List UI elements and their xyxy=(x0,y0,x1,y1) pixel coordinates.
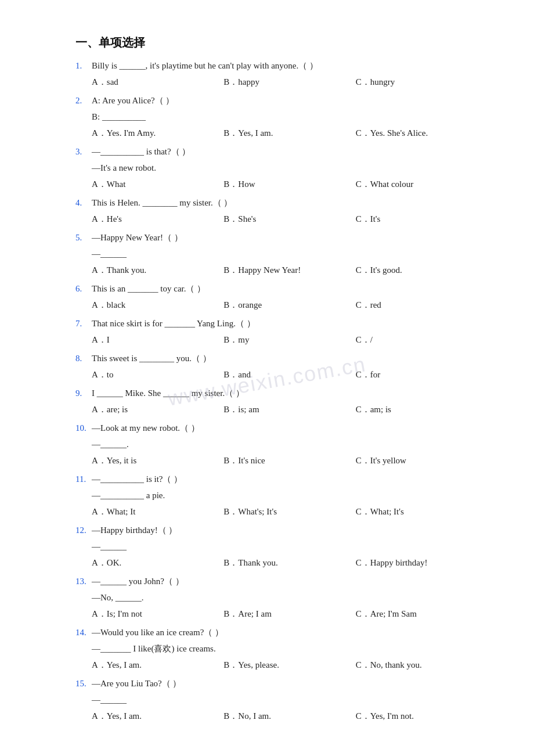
section-title: 一、单项选择 xyxy=(75,35,488,51)
option-5-1: A．Thank you. xyxy=(92,263,223,277)
option-4-2: B．She's xyxy=(223,212,355,226)
question-line-12: 12.—Happy birthday!（ ） xyxy=(75,523,488,537)
question-line-15: 15.—Are you Liu Tao?（ ） xyxy=(75,676,488,690)
question-block: 8.This sweet is ________ you.（ ）A．toB．an… xyxy=(75,351,488,381)
question-extra-5: —______ xyxy=(92,247,488,261)
question-text-4: This is Helen. ________ my sister.（ ） xyxy=(92,196,488,210)
options-row-13: A．Is; I'm notB．Are; I amC．Are; I'm Sam xyxy=(92,607,488,621)
question-text-14: —Would you like an ice cream?（ ） xyxy=(92,625,488,639)
option-1-2: B．happy xyxy=(223,75,355,89)
question-line-9: 9.I ______ Mike. She ______ my sister.（ … xyxy=(75,386,488,400)
option-3-3: C．What colour xyxy=(356,177,488,191)
option-10-1: A．Yes, it is xyxy=(92,453,223,467)
option-14-2: B．Yes, please. xyxy=(223,658,355,672)
question-text-8: This sweet is ________ you.（ ） xyxy=(92,351,488,365)
question-number-13: 13. xyxy=(75,577,92,586)
question-text-9: I ______ Mike. She ______ my sister.（ ） xyxy=(92,386,488,400)
option-11-3: C．What; It's xyxy=(356,505,488,519)
question-block: 5.—Happy New Year!（ ）—______A．Thank you.… xyxy=(75,231,488,277)
question-extra-14: —_______ I like(喜欢) ice creams. xyxy=(92,642,488,656)
question-line-11: 11.—__________ is it?（ ） xyxy=(75,472,488,486)
question-block: 3.—__________ is that?（ ）—It's a new rob… xyxy=(75,145,488,191)
option-3-1: A．What xyxy=(92,177,223,191)
option-10-2: B．It's nice xyxy=(223,453,355,467)
options-row-3: A．WhatB．HowC．What colour xyxy=(92,177,488,191)
option-2-1: A．Yes. I'm Amy. xyxy=(92,126,223,140)
option-13-3: C．Are; I'm Sam xyxy=(356,607,488,621)
option-14-1: A．Yes, I am. xyxy=(92,658,223,672)
question-text-6: This is an _______ toy car.（ ） xyxy=(92,282,488,296)
options-row-9: A．are; isB．is; amC．am; is xyxy=(92,402,488,416)
option-10-3: C．It's yellow xyxy=(356,453,488,467)
question-text-11: —__________ is it?（ ） xyxy=(92,472,488,486)
option-15-3: C．Yes, I'm not. xyxy=(356,709,488,723)
option-6-3: C．red xyxy=(356,298,488,312)
question-extra-3: —It's a new robot. xyxy=(92,161,488,175)
question-text-7: That nice skirt is for _______ Yang Ling… xyxy=(92,316,488,330)
question-block: 6.This is an _______ toy car.（ ）A．blackB… xyxy=(75,282,488,312)
option-2-2: B．Yes, I am. xyxy=(223,126,355,140)
question-number-8: 8. xyxy=(75,354,92,363)
option-12-1: A．OK. xyxy=(92,556,223,570)
question-line-4: 4.This is Helen. ________ my sister.（ ） xyxy=(75,196,488,210)
question-line-8: 8.This sweet is ________ you.（ ） xyxy=(75,351,488,365)
question-block: 9.I ______ Mike. She ______ my sister.（ … xyxy=(75,386,488,416)
question-line-2: 2.A: Are you Alice?（ ） xyxy=(75,93,488,107)
options-row-14: A．Yes, I am.B．Yes, please.C．No, thank yo… xyxy=(92,658,488,672)
options-row-8: A．toB．andC．for xyxy=(92,368,488,381)
question-number-3: 3. xyxy=(75,147,92,157)
option-4-1: A．He's xyxy=(92,212,223,226)
options-row-1: A．sadB．happyC．hungry xyxy=(92,75,488,89)
question-block: 14.—Would you like an ice cream?（ ）—____… xyxy=(75,625,488,672)
question-block: 4.This is Helen. ________ my sister.（ ）A… xyxy=(75,196,488,226)
question-line-10: 10.—Look at my new robot.（ ） xyxy=(75,421,488,435)
option-9-1: A．are; is xyxy=(92,402,223,416)
option-3-2: B．How xyxy=(223,177,355,191)
question-line-3: 3.—__________ is that?（ ） xyxy=(75,145,488,159)
options-row-6: A．blackB．orangeC．red xyxy=(92,298,488,312)
question-text-1: Billy is ______, it's playtime but he ca… xyxy=(92,59,488,73)
question-extra-2: B: __________ xyxy=(92,110,488,124)
option-8-1: A．to xyxy=(92,368,223,381)
options-row-11: A．What; ItB．What's; It'sC．What; It's xyxy=(92,505,488,519)
question-block: 10.—Look at my new robot.（ ）—______.A．Ye… xyxy=(75,421,488,467)
option-11-2: B．What's; It's xyxy=(223,505,355,519)
question-number-14: 14. xyxy=(75,628,92,638)
question-extra-10: —______. xyxy=(92,437,488,451)
option-15-2: B．No, I am. xyxy=(223,709,355,723)
option-15-1: A．Yes, I am. xyxy=(92,709,223,723)
option-8-3: C．for xyxy=(356,368,488,381)
question-text-15: —Are you Liu Tao?（ ） xyxy=(92,676,488,690)
question-block: 7.That nice skirt is for _______ Yang Li… xyxy=(75,316,488,347)
options-row-2: A．Yes. I'm Amy.B．Yes, I am.C．Yes. She's … xyxy=(92,126,488,140)
option-6-1: A．black xyxy=(92,298,223,312)
question-line-6: 6.This is an _______ toy car.（ ） xyxy=(75,282,488,296)
option-5-3: C．It's good. xyxy=(356,263,488,277)
question-number-2: 2. xyxy=(75,96,92,106)
options-row-10: A．Yes, it isB．It's niceC．It's yellow xyxy=(92,453,488,467)
question-text-12: —Happy birthday!（ ） xyxy=(92,523,488,537)
option-8-2: B．and xyxy=(223,368,355,381)
option-12-2: B．Thank you. xyxy=(223,556,355,570)
question-number-6: 6. xyxy=(75,284,92,294)
options-row-5: A．Thank you.B．Happy New Year!C．It's good… xyxy=(92,263,488,277)
options-row-4: A．He'sB．She'sC．It's xyxy=(92,212,488,226)
option-7-1: A．I xyxy=(92,333,223,347)
question-text-10: —Look at my new robot.（ ） xyxy=(92,421,488,435)
option-11-1: A．What; It xyxy=(92,505,223,519)
question-text-3: —__________ is that?（ ） xyxy=(92,145,488,159)
question-block: 2.A: Are you Alice?（ ）B: __________A．Yes… xyxy=(75,93,488,140)
question-number-5: 5. xyxy=(75,233,92,243)
question-number-9: 9. xyxy=(75,388,92,398)
question-block: 13.—______ you John?（ ）—No, ______.A．Is;… xyxy=(75,574,488,621)
question-line-13: 13.—______ you John?（ ） xyxy=(75,574,488,588)
option-2-3: C．Yes. She's Alice. xyxy=(356,126,488,140)
question-extra-13: —No, ______. xyxy=(92,591,488,604)
question-number-15: 15. xyxy=(75,679,92,689)
option-12-3: C．Happy birthday! xyxy=(356,556,488,570)
question-block: 1.Billy is ______, it's playtime but he … xyxy=(75,59,488,89)
options-row-12: A．OK.B．Thank you.C．Happy birthday! xyxy=(92,556,488,570)
question-line-14: 14.—Would you like an ice cream?（ ） xyxy=(75,625,488,639)
question-number-4: 4. xyxy=(75,198,92,208)
option-4-3: C．It's xyxy=(356,212,488,226)
